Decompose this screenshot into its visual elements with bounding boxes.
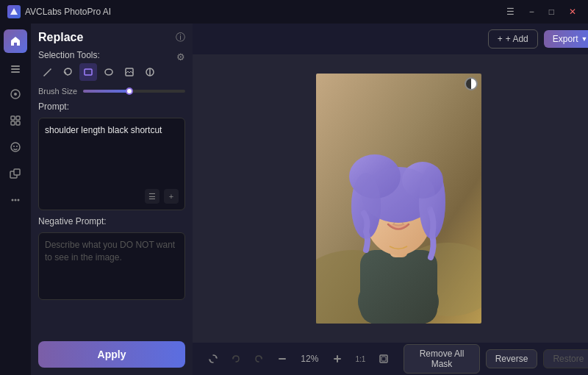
panel-title: Replace — [38, 31, 83, 44]
svg-point-44 — [419, 165, 445, 239]
selection-tools-section: Selection Tools: ⚙ — [38, 50, 185, 81]
svg-rect-8 — [11, 121, 15, 125]
main-layout: Replace ⓘ Selection Tools: ⚙ — [0, 24, 588, 375]
negative-prompt-section: Negative Prompt: — [38, 216, 185, 300]
svg-rect-28 — [360, 250, 437, 324]
apply-button[interactable]: Apply — [38, 341, 185, 368]
info-icon[interactable]: ⓘ — [176, 31, 185, 44]
svg-rect-47 — [337, 355, 338, 362]
sidebar-item-layers[interactable] — [4, 56, 27, 79]
tools-gear-icon[interactable]: ⚙ — [176, 51, 185, 63]
svg-rect-14 — [14, 169, 20, 175]
menu-icon[interactable]: ☰ — [502, 5, 519, 18]
zoom-in-btn[interactable] — [329, 349, 345, 369]
sidebar-item-effects[interactable] — [4, 82, 27, 106]
add-button[interactable]: + + Add — [488, 29, 538, 49]
panel: Replace ⓘ Selection Tools: ⚙ — [31, 24, 193, 375]
svg-point-15 — [12, 199, 14, 201]
svg-rect-1 — [11, 65, 20, 67]
panel-header: Replace ⓘ — [38, 31, 185, 44]
prompt-input[interactable]: shoulder length black shortcut — [45, 124, 179, 183]
svg-rect-7 — [16, 116, 20, 120]
sidebar-item-adjust[interactable] — [4, 109, 27, 132]
photo-svg — [316, 74, 481, 324]
zoom-out-btn[interactable] — [273, 349, 290, 369]
rect-tool-btn[interactable] — [79, 63, 97, 81]
sidebar-item-face[interactable] — [4, 135, 27, 159]
svg-rect-9 — [16, 121, 20, 125]
prompt-wrapper: shoulder length black shortcut ☰ + — [38, 118, 185, 210]
export-chevron-icon: ▼ — [581, 35, 587, 43]
svg-rect-3 — [11, 71, 20, 73]
tool-icons-row — [38, 63, 185, 81]
lasso-tool-btn[interactable] — [59, 63, 76, 81]
export-button[interactable]: Export ▼ — [544, 30, 588, 48]
restore-btn[interactable]: Restore — [543, 349, 588, 368]
svg-point-43 — [351, 173, 381, 239]
svg-point-19 — [105, 69, 112, 75]
prompt-add-btn[interactable]: + — [164, 189, 179, 204]
svg-rect-18 — [85, 69, 92, 75]
tools-row: Selection Tools: ⚙ — [38, 50, 185, 63]
brush-size-row: Brush Size — [38, 87, 185, 96]
ratio-label: 1:1 — [355, 355, 365, 363]
refresh-btn[interactable] — [204, 349, 221, 369]
slice-tool-btn[interactable] — [141, 63, 159, 81]
undo-btn[interactable] — [227, 349, 244, 369]
ellipse-tool-btn[interactable] — [100, 63, 118, 81]
svg-point-12 — [16, 146, 18, 147]
negative-prompt-wrapper — [38, 232, 185, 300]
app-logo: AVCLabs PhotoPro AI — [7, 5, 111, 18]
title-bar: AVCLabs PhotoPro AI ☰ − □ ✕ — [0, 0, 588, 24]
svg-rect-2 — [11, 68, 20, 70]
negative-prompt-input[interactable] — [45, 239, 179, 290]
app-logo-icon — [7, 5, 21, 18]
svg-rect-6 — [11, 116, 15, 120]
prompt-actions: ☰ + — [45, 189, 179, 204]
image-canvas[interactable] — [193, 54, 588, 343]
sidebar-item-more[interactable] — [4, 188, 27, 212]
ratio-btn[interactable]: 1:1 — [352, 349, 369, 369]
prompt-label: Prompt: — [38, 101, 185, 112]
icon-strip — [0, 24, 31, 375]
redo-btn[interactable] — [251, 349, 268, 369]
brush-size-slider[interactable] — [83, 90, 185, 93]
export-label: Export — [553, 34, 578, 44]
reverse-btn[interactable]: Reverse — [486, 349, 538, 368]
sidebar-item-clone[interactable] — [4, 162, 27, 185]
zoom-level: 12% — [296, 354, 323, 364]
fit-screen-btn[interactable] — [375, 349, 392, 369]
svg-rect-45 — [279, 358, 286, 360]
prompt-section: Prompt: shoulder length black shortcut ☰… — [38, 101, 185, 210]
remove-all-mask-btn[interactable]: Remove All Mask — [404, 344, 479, 374]
svg-marker-0 — [10, 8, 18, 15]
add-label: + Add — [506, 34, 528, 44]
image-select-btn[interactable] — [121, 63, 138, 81]
svg-point-17 — [18, 199, 20, 201]
prompt-list-btn[interactable]: ☰ — [145, 189, 159, 204]
selection-tools-label: Selection Tools: — [38, 50, 100, 60]
svg-point-11 — [13, 146, 15, 147]
window-controls: ☰ − □ ✕ — [502, 5, 581, 18]
app-name: AVCLabs PhotoPro AI — [25, 7, 111, 17]
svg-rect-49 — [381, 357, 386, 361]
top-bar: + + Add Export ▼ — [193, 24, 588, 54]
svg-point-16 — [15, 199, 17, 201]
minimize-button[interactable]: − — [525, 5, 539, 18]
bottom-toolbar: 12% 1:1 Remove All Mask Reverse Restore — [193, 343, 588, 375]
photo-container — [316, 74, 481, 324]
brush-size-label: Brush Size — [38, 87, 77, 96]
sidebar-item-home[interactable] — [4, 29, 27, 53]
maximize-button[interactable]: □ — [545, 5, 559, 18]
canvas-area: + + Add Export ▼ — [193, 24, 588, 375]
svg-point-5 — [14, 93, 17, 96]
add-icon: + — [498, 34, 503, 44]
pen-tool-btn[interactable] — [38, 63, 56, 81]
close-button[interactable]: ✕ — [564, 5, 581, 18]
negative-prompt-label: Negative Prompt: — [38, 216, 185, 226]
